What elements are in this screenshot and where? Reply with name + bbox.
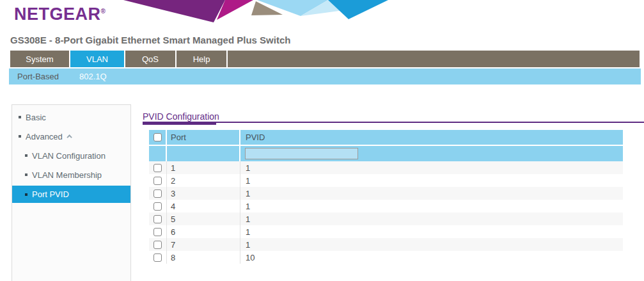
pvid-cell: 1 (240, 161, 623, 174)
sidebar-item-basic[interactable]: Basic (12, 108, 130, 127)
sidebar-item-vlan-configuration[interactable]: VLAN Configuration (12, 146, 130, 165)
port-cell: 3 (167, 187, 240, 200)
table-body: 11213141516171810 (149, 161, 623, 264)
row-checkbox[interactable] (153, 177, 162, 185)
bullet-icon (25, 173, 27, 176)
sidebar-item-label: Advanced (26, 132, 63, 141)
tabbar-filler (228, 51, 640, 67)
tab-help[interactable]: Help (177, 51, 226, 67)
row-checkbox-cell (149, 161, 167, 174)
pvid-cell: 1 (240, 213, 623, 225)
select-all-checkbox[interactable] (153, 133, 162, 141)
row-checkbox[interactable] (153, 253, 162, 262)
row-checkbox-cell (149, 213, 167, 225)
table-row: 51 (149, 213, 623, 225)
heading-rule (143, 122, 644, 123)
table-row: 61 (149, 225, 623, 238)
main-nav: SystemVLANQoSHelp (10, 51, 640, 67)
pvid-cell: 10 (240, 251, 623, 264)
sidebar-item-port-pvid[interactable]: Port PVID (12, 186, 130, 203)
banner-graphic (115, 0, 390, 23)
pvid-cell: 1 (240, 225, 623, 238)
filter-pvid-cell (240, 146, 623, 161)
table-row: 71 (149, 238, 623, 251)
row-checkbox[interactable] (153, 202, 162, 211)
row-checkbox[interactable] (153, 189, 162, 198)
row-checkbox[interactable] (153, 164, 162, 172)
bullet-icon (19, 116, 21, 118)
column-header-pvid: PVID (240, 130, 623, 145)
row-checkbox[interactable] (153, 241, 162, 249)
registered-mark: ® (101, 8, 106, 15)
subnav-item-port-based[interactable]: Port-Based (9, 72, 67, 81)
row-checkbox-cell (149, 251, 167, 264)
tab-qos[interactable]: QoS (125, 51, 175, 67)
tab-vlan[interactable]: VLAN (70, 51, 124, 67)
sidebar-item-label: VLAN Membership (32, 170, 102, 180)
sidebar-item-label: Basic (26, 113, 46, 122)
pvid-cell: 1 (240, 200, 623, 213)
row-checkbox-cell (149, 187, 167, 200)
sidebar: BasicAdvancedVLAN ConfigurationVLAN Memb… (12, 104, 131, 281)
chevron-up-icon (67, 134, 72, 140)
page-title: GS308E - 8-Port Gigabit Ethernet Smart M… (10, 35, 290, 45)
table-row: 21 (149, 174, 623, 187)
port-cell: 8 (167, 251, 240, 264)
table-row: 11 (149, 161, 623, 174)
port-cell: 1 (167, 161, 240, 174)
pvid-cell: 1 (240, 238, 623, 251)
port-cell: 4 (167, 200, 240, 213)
subnav-item-802-1q[interactable]: 802.1Q (67, 72, 114, 81)
pvid-filter-input[interactable] (245, 148, 358, 159)
header-checkbox-cell (149, 130, 167, 145)
table-row: 31 (149, 187, 623, 200)
table-filter-row (149, 146, 623, 161)
row-checkbox-cell (149, 200, 167, 213)
bullet-icon (25, 193, 27, 196)
row-checkbox-cell (149, 174, 167, 187)
port-cell: 2 (167, 174, 240, 187)
sub-nav: Port-Based802.1Q (9, 68, 641, 84)
sidebar-item-vlan-membership[interactable]: VLAN Membership (12, 165, 130, 184)
row-checkbox[interactable] (153, 215, 162, 223)
sidebar-item-label: Port PVID (32, 189, 69, 199)
bullet-icon (19, 135, 21, 138)
port-cell: 6 (167, 225, 240, 238)
table-row: 41 (149, 200, 623, 213)
sidebar-item-advanced[interactable]: Advanced (12, 127, 130, 146)
page: NETGEAR® GS308E - 8-Port Gigabit Etherne… (0, 0, 644, 281)
port-cell: 7 (167, 238, 240, 251)
pvid-cell: 1 (240, 187, 623, 200)
tab-system[interactable]: System (10, 51, 69, 67)
pvid-table: Port PVID 11213141516171810 (149, 130, 623, 264)
port-cell: 5 (167, 213, 240, 225)
row-checkbox-cell (149, 225, 167, 238)
bullet-icon (25, 154, 27, 157)
section-heading: PVID Configuration (143, 111, 219, 122)
pvid-cell: 1 (240, 174, 623, 187)
column-header-port: Port (167, 130, 240, 145)
netgear-logo: NETGEAR® (14, 4, 106, 24)
filter-port-cell (167, 146, 240, 161)
logo-text: NETGEAR (14, 4, 101, 24)
filter-checkbox-cell (149, 146, 167, 161)
table-row: 810 (149, 251, 623, 264)
row-checkbox[interactable] (153, 228, 162, 236)
heading-underline (143, 122, 216, 125)
row-checkbox-cell (149, 238, 167, 251)
table-header-row: Port PVID (149, 130, 623, 146)
sidebar-item-label: VLAN Configuration (32, 151, 106, 161)
